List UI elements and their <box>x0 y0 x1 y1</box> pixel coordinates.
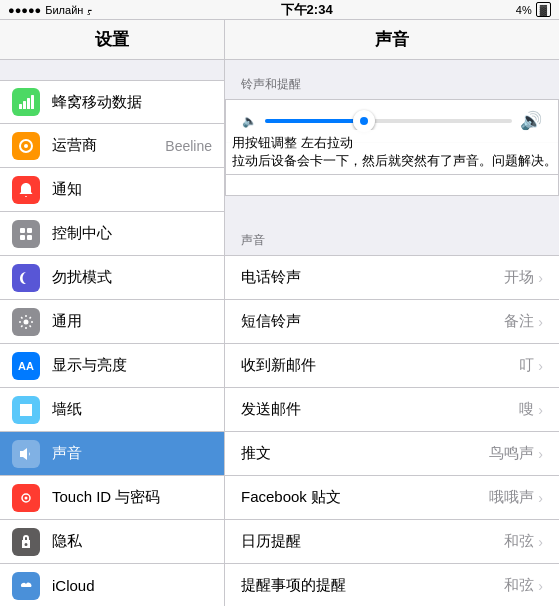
status-left: ●●●●● Билайн ᠷ <box>8 4 97 16</box>
annotation-line2: 拉动后设备会卡一下，然后就突然有了声音。问题解决。 <box>232 153 557 168</box>
svg-point-10 <box>24 319 29 324</box>
phone-ring-chevron: › <box>538 270 543 286</box>
calendar-label: 日历提醒 <box>241 532 504 551</box>
sidebar-item-cellular[interactable]: 蜂窝移动数据 <box>0 80 224 124</box>
volume-slider[interactable] <box>265 119 512 123</box>
volume-group: 🔈 🔊 用按钮调整 左右拉动 拉动后设备会卡一下，然后就突然有了声音。问题解决。 <box>225 99 559 196</box>
carrier-name: Билайн ᠷ <box>45 4 97 16</box>
new-mail-label: 收到新邮件 <box>241 356 519 375</box>
icloud-label: iCloud <box>52 577 212 594</box>
annotation-line1: 用按钮调整 左右拉动 <box>232 135 353 150</box>
svg-rect-6 <box>20 228 25 233</box>
reminders-row[interactable]: 提醒事项的提醒 和弦 › <box>225 564 559 606</box>
volume-low-icon: 🔈 <box>242 114 257 128</box>
battery-percent: 4% <box>516 4 532 16</box>
volume-high-icon: 🔊 <box>520 110 542 132</box>
cellular-label: 蜂窝移动数据 <box>52 93 212 112</box>
carrier-icon <box>12 132 40 160</box>
calendar-value: 和弦 <box>504 532 534 551</box>
sidebar-item-sounds[interactable]: 声音 <box>0 432 224 476</box>
svg-point-5 <box>24 144 28 148</box>
sidebar-item-carrier[interactable]: 运营商 Beeline <box>0 124 224 168</box>
battery-icon: ▓ <box>536 2 551 17</box>
facebook-chevron: › <box>538 490 543 506</box>
right-panel: 声音 铃声和提醒 🔈 🔊 用按钮调整 左右拉动 <box>225 20 559 606</box>
sounds-label: 声音 <box>52 444 212 463</box>
sidebar-item-privacy[interactable]: 隐私 <box>0 520 224 564</box>
sidebar-title: 设置 <box>0 20 224 60</box>
facebook-label: Facebook 贴文 <box>241 488 489 507</box>
dnd-icon <box>12 264 40 292</box>
volume-thumb[interactable] <box>353 110 375 132</box>
svg-rect-7 <box>27 228 32 233</box>
sms-ring-row[interactable]: 短信铃声 备注 › <box>225 300 559 344</box>
tweet-row[interactable]: 推文 鸟鸣声 › <box>225 432 559 476</box>
sidebar-item-notifications[interactable]: 通知 <box>0 168 224 212</box>
touchid-label: Touch ID 与密码 <box>52 488 212 507</box>
sidebar-item-display[interactable]: AA 显示与亮度 <box>0 344 224 388</box>
tweet-value: 鸟鸣声 <box>489 444 534 463</box>
sent-mail-chevron: › <box>538 402 543 418</box>
general-icon <box>12 308 40 336</box>
new-mail-row[interactable]: 收到新邮件 叮 › <box>225 344 559 388</box>
sms-ring-value: 备注 <box>504 312 534 331</box>
control-center-icon <box>12 220 40 248</box>
sms-ring-label: 短信铃声 <box>241 312 504 331</box>
dnd-label: 勿扰模式 <box>52 268 212 287</box>
right-content: 铃声和提醒 🔈 🔊 用按钮调整 左右拉动 拉动后设备会卡一下，然后就突然有了声音 <box>225 60 559 606</box>
carrier-sublabel: Beeline <box>165 138 212 154</box>
display-label: 显示与亮度 <box>52 356 212 375</box>
status-bar: ●●●●● Билайн ᠷ 下午2:34 4% ▓ <box>0 0 559 20</box>
sidebar-item-control-center[interactable]: 控制中心 <box>0 212 224 256</box>
carrier-label: 运营商 <box>52 136 165 155</box>
sounds-icon <box>12 440 40 468</box>
ringtone-section-label: 铃声和提醒 <box>225 60 559 99</box>
cellular-icon <box>12 88 40 116</box>
sidebar: 设置 蜂窝移动数据 运营商 Beeline <box>0 20 225 606</box>
sidebar-item-general[interactable]: 通用 <box>0 300 224 344</box>
touchid-icon <box>12 484 40 512</box>
wallpaper-label: 墙纸 <box>52 400 212 419</box>
status-time: 下午2:34 <box>281 1 333 19</box>
svg-rect-9 <box>27 235 32 240</box>
calendar-row[interactable]: 日历提醒 和弦 › <box>225 520 559 564</box>
new-mail-chevron: › <box>538 358 543 374</box>
calendar-chevron: › <box>538 534 543 550</box>
phone-ring-value: 开场 <box>504 268 534 287</box>
facebook-value: 哦哦声 <box>489 488 534 507</box>
privacy-label: 隐私 <box>52 532 212 551</box>
tweet-chevron: › <box>538 446 543 462</box>
phone-ring-label: 电话铃声 <box>241 268 504 287</box>
sent-mail-value: 嗖 <box>519 400 534 419</box>
facebook-row[interactable]: Facebook 贴文 哦哦声 › <box>225 476 559 520</box>
phone-ring-row[interactable]: 电话铃声 开场 › <box>225 256 559 300</box>
new-mail-value: 叮 <box>519 356 534 375</box>
control-center-label: 控制中心 <box>52 224 212 243</box>
sidebar-item-wallpaper[interactable]: 墙纸 <box>0 388 224 432</box>
notifications-icon <box>12 176 40 204</box>
svg-rect-3 <box>31 95 34 109</box>
svg-rect-0 <box>19 104 22 109</box>
svg-rect-8 <box>20 235 25 240</box>
notifications-label: 通知 <box>52 180 212 199</box>
wallpaper-icon <box>12 396 40 424</box>
sent-mail-row[interactable]: 发送邮件 嗖 › <box>225 388 559 432</box>
volume-fill <box>265 119 364 123</box>
sidebar-item-dnd[interactable]: 勿扰模式 <box>0 256 224 300</box>
reminders-label: 提醒事项的提醒 <box>241 576 504 595</box>
svg-point-12 <box>25 496 28 499</box>
reminders-chevron: › <box>538 578 543 594</box>
svg-rect-2 <box>27 98 30 109</box>
right-panel-title: 声音 <box>225 20 559 60</box>
sounds-section-label: 声音 <box>225 216 559 255</box>
sidebar-item-touchid[interactable]: Touch ID 与密码 <box>0 476 224 520</box>
sms-ring-chevron: › <box>538 314 543 330</box>
annotation-overlay-text: 用按钮调整 左右拉动 拉动后设备会卡一下，然后就突然有了声音。问题解决。 <box>226 130 558 175</box>
svg-rect-1 <box>23 101 26 109</box>
status-right: 4% ▓ <box>516 2 551 17</box>
tweet-label: 推文 <box>241 444 489 463</box>
reminders-value: 和弦 <box>504 576 534 595</box>
sidebar-item-icloud[interactable]: iCloud <box>0 564 224 606</box>
privacy-icon <box>12 528 40 556</box>
sent-mail-label: 发送邮件 <box>241 400 519 419</box>
